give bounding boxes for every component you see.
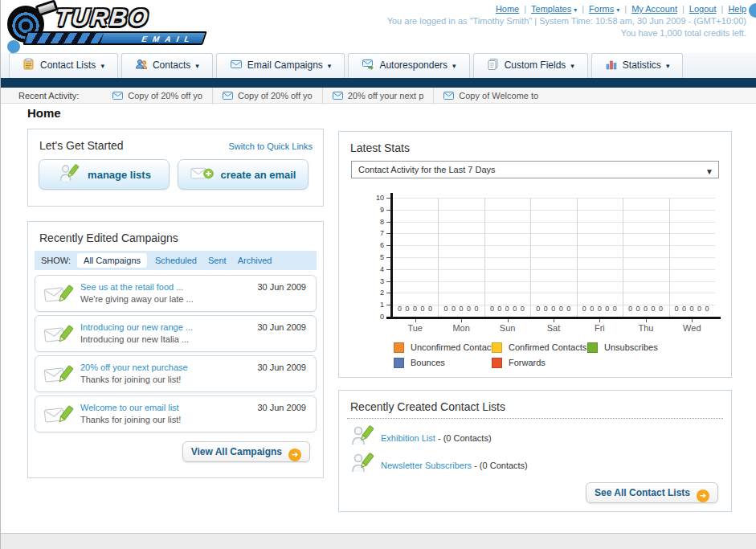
filter-sent[interactable]: Sent	[208, 256, 227, 265]
recent-activity-item[interactable]: Copy of Welcome to	[433, 88, 548, 104]
arrow-circle-icon: ➜	[697, 490, 709, 502]
switch-to-quick-links[interactable]: Switch to Quick Links	[228, 141, 313, 151]
campaign-item[interactable]: Introducing our new range ...Introducing…	[35, 315, 317, 352]
data-label-zero: 0	[652, 305, 656, 313]
legend-swatch	[492, 342, 502, 353]
stats-period-select[interactable]: Contact Activity for the Last 7 Days ▼	[351, 161, 719, 178]
view-all-campaigns-button[interactable]: View All Campaigns➜	[182, 441, 310, 462]
recent-activity-item-label: 20% off your next p	[348, 91, 424, 100]
contact-list-item[interactable]: Exhibition List - (0 Contacts)	[350, 424, 492, 449]
x-tick	[554, 319, 554, 322]
gridline-h	[392, 281, 715, 282]
filter-scheduled[interactable]: Scheduled	[155, 256, 197, 265]
data-label-zero: 0	[513, 305, 517, 313]
legend-label: Unsubscribes	[604, 342, 658, 352]
campaign-title-link[interactable]: 20% off your next purchase	[80, 363, 188, 372]
person-pencil-icon	[350, 424, 374, 452]
credits-text: You have 1,000 total credits left.	[387, 28, 746, 38]
recent-activity-item[interactable]: Copy of 20% off yo	[212, 88, 322, 104]
envelope-plus-icon	[190, 163, 215, 186]
campaign-item[interactable]: Welcome to our email listThanks for join…	[35, 395, 317, 432]
chevron-down-icon: ▾	[328, 62, 332, 70]
campaign-title-link[interactable]: See us at the retail food ...	[80, 282, 183, 292]
campaign-title-link[interactable]: Introducing our new range ...	[80, 322, 193, 332]
data-label-zero: 0	[474, 305, 478, 313]
chevron-down-icon: ▾	[195, 62, 199, 70]
legend-label: Confirmed Contacts	[509, 342, 586, 352]
data-label-zero: 0	[459, 305, 463, 313]
contacts-icon	[135, 56, 148, 80]
tab-label: Custom Fields	[505, 59, 566, 71]
tab-custom-fields[interactable]: Custom Fields▾	[473, 53, 588, 78]
latest-stats-title: Latest Stats	[350, 141, 410, 154]
filter-archived[interactable]: Archived	[238, 256, 272, 265]
x-axis-label: Tue	[399, 323, 431, 333]
gridline-h	[392, 233, 715, 234]
campaign-item[interactable]: 20% off your next purchaseThanks for joi…	[35, 355, 317, 392]
campaign-title-link[interactable]: Welcome to our email list	[80, 403, 179, 412]
see-all-contact-lists-button[interactable]: See All Contact Lists➜	[586, 482, 718, 503]
nav-link-my-account[interactable]: My Account	[631, 4, 677, 14]
campaign-item[interactable]: See us at the retail food ...We're givin…	[35, 275, 317, 312]
nav-link-forms[interactable]: Forms▾	[589, 4, 619, 14]
help-bubble-icon[interactable]	[749, 3, 756, 18]
recent-activity-item[interactable]: 20% off your next p	[322, 88, 434, 104]
envelope-pencil-icon	[43, 403, 74, 430]
nav-link-home[interactable]: Home	[496, 4, 519, 14]
campaign-date: 30 Jun 2009	[257, 363, 306, 372]
contact-list-link[interactable]: Exhibition List	[381, 433, 435, 443]
nav-separator: |	[582, 4, 584, 14]
data-label-zero: 0	[551, 305, 555, 313]
gridline-h	[392, 210, 715, 211]
y-axis-label: 1	[362, 301, 384, 309]
campaign-date: 30 Jun 2009	[257, 282, 306, 292]
get-started-title: Let's Get Started	[39, 139, 124, 152]
gridline-v	[623, 198, 623, 317]
contact-list-item[interactable]: Newsletter Subscribers - (0 Contacts)	[350, 452, 528, 476]
contact-list-count: - (0 Contacts)	[472, 461, 528, 470]
page-title: Home	[27, 106, 61, 120]
tab-statistics[interactable]: Statistics▾	[591, 53, 684, 78]
tab-autoresponders[interactable]: Autoresponders▾	[348, 53, 469, 78]
gridline-h	[392, 198, 715, 199]
turbo-email-logo[interactable]: TURBO EMAIL	[6, 2, 216, 47]
recent-activity-item-label: Copy of 20% off yo	[238, 91, 313, 100]
tab-email-campaigns[interactable]: Email Campaigns▾	[216, 53, 345, 78]
custom-fields-icon	[487, 56, 500, 80]
chevron-down-icon: ▾	[616, 6, 619, 14]
show-label: SHOW:	[41, 256, 71, 265]
nav-link-templates[interactable]: Templates▾	[531, 4, 577, 14]
data-label-zero: 0	[443, 305, 447, 313]
filter-all-campaigns[interactable]: All Campaigns	[77, 253, 147, 268]
tab-contact-lists[interactable]: Contact Lists▾	[9, 53, 118, 78]
recent-activity-item[interactable]: Copy of 20% off yo	[103, 88, 212, 104]
create-an-email-button[interactable]: create an email	[178, 159, 309, 190]
tab-contacts[interactable]: Contacts▾	[121, 53, 213, 78]
legend-swatch	[492, 358, 502, 368]
data-label-zero: 0	[682, 305, 686, 313]
data-label-zero: 0	[636, 305, 640, 313]
legend-item-forwards: Forwards	[492, 358, 546, 368]
nav-link-logout[interactable]: Logout	[689, 4, 717, 14]
data-label-zero: 0	[566, 305, 570, 313]
campaign-subtitle: We're giving away our late ...	[80, 294, 194, 304]
envelope-pencil-icon	[43, 363, 74, 390]
nav-link-help[interactable]: Help	[728, 4, 746, 14]
x-axis-label: Fri	[583, 323, 615, 333]
y-axis	[390, 193, 393, 317]
tab-label: Contact Lists	[40, 59, 96, 71]
data-label-zero: 0	[406, 305, 410, 313]
manage-lists-button[interactable]: manage lists	[39, 159, 170, 190]
contact-list-link[interactable]: Newsletter Subscribers	[381, 461, 472, 470]
legend-swatch	[394, 342, 404, 353]
arrow-circle-icon: ➜	[288, 449, 301, 461]
turbo-pipe-icon	[35, 0, 58, 17]
campaigns-title: Recently Edited Campaigns	[39, 231, 178, 244]
campaign-subtitle: Thanks for joining our list!	[80, 415, 181, 424]
contact-activity-chart: 01234567891000000Tue00000Mon00000Sun0000…	[350, 188, 721, 334]
legend-item-unconfirmed-contacts: Unconfirmed Contacts	[394, 342, 498, 353]
main-tab-bar: Contact Lists▾Contacts▾Email Campaigns▾A…	[1, 53, 756, 78]
email-campaigns-icon	[230, 56, 243, 80]
data-label-zero: 0	[505, 305, 509, 313]
x-axis-label: Wed	[676, 323, 708, 333]
